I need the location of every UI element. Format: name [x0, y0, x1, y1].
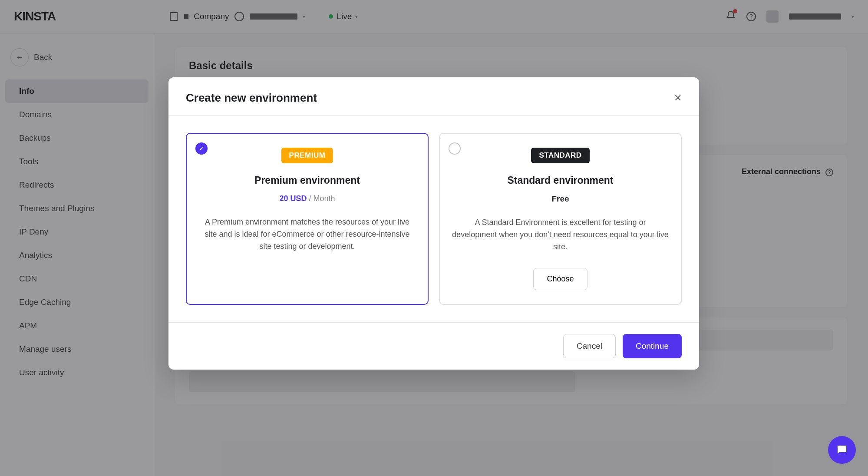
standard-description: A Standard Environment is excellent for … — [452, 217, 669, 253]
cancel-button[interactable]: Cancel — [563, 334, 616, 358]
standard-badge: STANDARD — [531, 148, 589, 163]
standard-option[interactable]: STANDARD Standard environment Free A Sta… — [439, 133, 682, 305]
premium-description: A Premium environment matches the resour… — [199, 216, 416, 253]
premium-badge: PREMIUM — [281, 148, 333, 163]
standard-option-title: Standard environment — [507, 175, 613, 186]
premium-option[interactable]: ✓ PREMIUM Premium environment 20 USD / M… — [186, 133, 429, 305]
modal-body: ✓ PREMIUM Premium environment 20 USD / M… — [168, 116, 699, 322]
create-environment-modal: Create new environment ✕ ✓ PREMIUM Premi… — [168, 77, 699, 370]
chat-widget-button[interactable] — [828, 436, 856, 464]
standard-price: Free — [551, 194, 569, 204]
modal-title: Create new environment — [186, 91, 317, 105]
radio-checked-icon: ✓ — [195, 142, 208, 155]
premium-option-title: Premium environment — [254, 175, 360, 186]
radio-unchecked-icon — [449, 142, 461, 155]
choose-button[interactable]: Choose — [533, 268, 587, 290]
modal-footer: Cancel Continue — [168, 322, 699, 370]
premium-price: 20 USD / Month — [279, 194, 335, 203]
modal-header: Create new environment ✕ — [168, 77, 699, 116]
chat-icon — [835, 443, 848, 456]
close-icon[interactable]: ✕ — [674, 93, 682, 104]
continue-button[interactable]: Continue — [623, 334, 682, 358]
